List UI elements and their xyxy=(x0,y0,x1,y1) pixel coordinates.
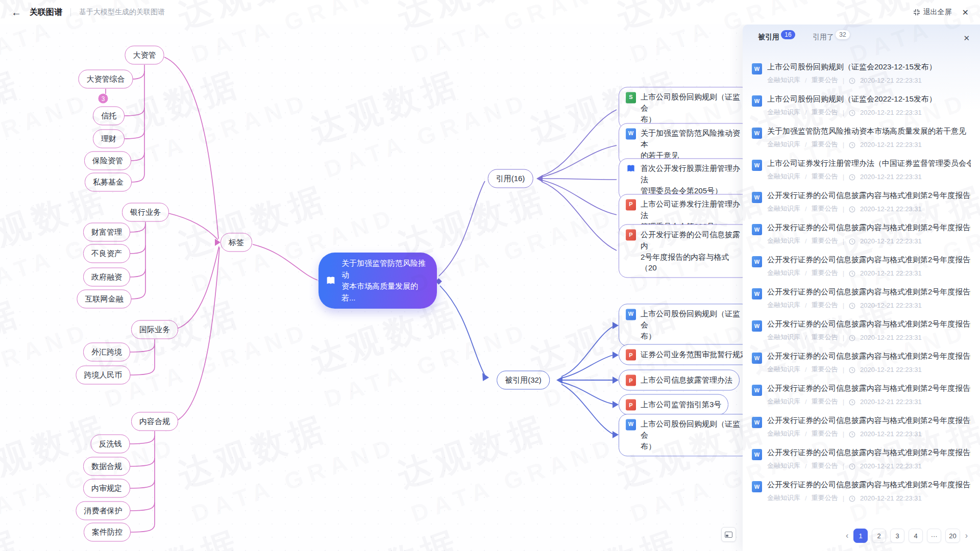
tag-node-hulianwangjinrong[interactable]: 互联网金融 xyxy=(77,290,132,309)
item-meta: 金融知识库 / 重要公告 | 2020-12-21 22:23:31 xyxy=(767,236,971,245)
center-document-node[interactable]: 关于加强监管防范风险推动 资本市场高质量发展的若... xyxy=(318,253,437,309)
list-item[interactable]: W 上市公司股份回购规则（证监会2023-12-15发布） 金融知识库 / 重要… xyxy=(752,57,971,89)
list-item[interactable]: W 公开发行证券的公司信息披露内容与格式准则第2号年度报告的内... 金融知识库… xyxy=(752,475,971,507)
doc-node[interactable]: W 上市公司股份回购规则（证监会布） xyxy=(619,414,750,456)
item-tag: 重要公告 xyxy=(812,461,838,470)
doc-node[interactable]: P 公开发行证券的公司信息披露内2号年度报告的内容与格式（20 xyxy=(619,224,750,278)
tag-node-waihuikuajing[interactable]: 外汇跨境 xyxy=(83,343,130,362)
tag-node-xintuo[interactable]: 信托 xyxy=(93,107,125,126)
tag-node-fanxiqian[interactable]: 反洗钱 xyxy=(91,435,130,454)
tag-node-buliangzichan[interactable]: 不良资产 xyxy=(83,244,130,263)
item-title: 公开发行证券的公司信息披露内容与格式准则第2号年度报告的内... xyxy=(767,416,971,425)
pagination: ‹ 1234···20 › xyxy=(845,529,969,543)
doc-node[interactable]: P 上市公司信息披露管理办法 xyxy=(619,370,740,391)
next-page-button[interactable]: › xyxy=(964,531,969,540)
meta-separator: | xyxy=(843,430,844,438)
tag-node-yinhangyewu[interactable]: 银行业务 xyxy=(122,203,169,222)
list-item[interactable]: W 公开发行证券的公司信息披露内容与格式准则第2号年度报告的内... 金融知识库… xyxy=(752,346,971,379)
tag-node-xiaofeizhebaohu[interactable]: 消费者保护 xyxy=(76,502,131,520)
back-arrow-icon[interactable]: ← xyxy=(11,7,21,18)
page-title: 关联图谱 xyxy=(30,7,62,18)
list-item[interactable]: W 公开发行证券的公司信息披露内容与格式准则第2号年度报告的内... 金融知识库… xyxy=(752,379,971,411)
page-subtitle: 基于大模型生成的关联图谱 xyxy=(79,8,165,17)
exit-fullscreen-icon xyxy=(913,9,920,16)
clock-icon xyxy=(849,206,855,213)
item-tag: 重要公告 xyxy=(812,236,838,245)
page-button-2[interactable]: 2 xyxy=(872,529,886,543)
tab-cites[interactable]: 引用了 32 xyxy=(813,33,850,42)
tag-node-daziguan-zonghe[interactable]: 大资管综合 xyxy=(79,70,133,89)
tag-root-node[interactable]: 标签 xyxy=(220,233,252,252)
meta-separator: | xyxy=(843,462,844,470)
item-title: 公开发行证券的公司信息披露内容与格式准则第2号年度报告的内... xyxy=(767,352,971,361)
meta-separator: | xyxy=(843,302,844,309)
word-icon: W xyxy=(752,160,762,171)
pdf-icon: P xyxy=(626,199,636,210)
list-item[interactable]: W 关于加强监管防范风险推动资本市场高质量发展的若干意见 金融知识库 / 重要公… xyxy=(752,121,971,154)
tag-node-zhengfurongzi[interactable]: 政府融资 xyxy=(83,268,130,287)
meta-separator: | xyxy=(843,205,844,213)
clock-icon xyxy=(849,367,855,373)
list-item[interactable]: W 公开发行证券的公司信息披露内容与格式准则第2号年度报告的内... 金融知识库… xyxy=(752,443,971,475)
page-button-3[interactable]: 3 xyxy=(890,529,904,543)
word-icon: W xyxy=(752,449,762,460)
doc-node[interactable]: P 证券公司业务范围审批暂行规定 xyxy=(619,344,755,365)
divider xyxy=(70,8,71,16)
list-item[interactable]: W 公开发行证券的公司信息披露内容与格式准则第2号年度报告的内... 金融知识库… xyxy=(752,218,971,250)
list-item[interactable]: W 公开发行证券的公司信息披露内容与格式准则第2号年度报告的内... 金融知识库… xyxy=(752,250,971,282)
doc-node[interactable]: P 上市公司监管指引第3号 xyxy=(619,394,728,415)
tag-node-neishenguiding[interactable]: 内审规定 xyxy=(83,479,130,498)
list-item[interactable]: W 上市公司股份回购规则（证监会2022-12-15发布） 金融知识库 / 重要… xyxy=(752,89,971,121)
word-icon: W xyxy=(752,353,762,364)
tag-node-caifuguanli[interactable]: 财富管理 xyxy=(83,223,130,242)
top-bar: ← 关联图谱 基于大模型生成的关联图谱 退出全屏 ✕ xyxy=(0,0,980,24)
item-tag: 重要公告 xyxy=(812,108,838,117)
tag-node-kuajingrenminbi[interactable]: 跨境人民币 xyxy=(76,366,131,385)
clock-icon xyxy=(849,110,855,116)
list-item[interactable]: W 公开发行证券的公司信息披露内容与格式准则第2号年度报告的内... 金融知识库… xyxy=(752,411,971,443)
list-item[interactable]: W 公开发行证券的公司信息披露内容与格式准则第2号年度报告的内... 金融知识库… xyxy=(752,186,971,218)
meta-separator: / xyxy=(805,334,807,341)
document-list: W 上市公司股份回购规则（证监会2023-12-15发布） 金融知识库 / 重要… xyxy=(743,54,980,514)
tag-node-simujijin[interactable]: 私募基金 xyxy=(85,173,132,192)
page-button-20[interactable]: 20 xyxy=(945,529,960,543)
item-tag: 重要公告 xyxy=(812,76,838,85)
tag-node-baoxianziguan[interactable]: 保险资管 xyxy=(84,152,131,170)
list-item[interactable]: W 上市公司证券发行注册管理办法（中国证券监督管理委员会令第2... 金融知识库… xyxy=(752,154,971,186)
collapsed-count-badge[interactable]: 3 xyxy=(99,94,108,104)
exit-fullscreen-label: 退出全屏 xyxy=(923,8,952,17)
doc-node[interactable]: W 上市公司股份回购规则（证监会布） xyxy=(619,304,750,346)
clock-icon xyxy=(849,399,855,406)
item-meta: 金融知识库 / 重要公告 | 2020-12-21 22:23:31 xyxy=(767,76,937,85)
meta-separator: / xyxy=(805,366,807,373)
close-icon[interactable]: ✕ xyxy=(962,8,969,17)
pdf-icon: P xyxy=(626,375,636,386)
tab-cited-by[interactable]: 被引用 16 xyxy=(758,33,795,42)
item-time: 2020-12-21 22:23:31 xyxy=(860,462,922,470)
item-tag: 重要公告 xyxy=(812,204,838,213)
tab-count-badge: 16 xyxy=(781,30,795,39)
tag-node-anjianfangkong[interactable]: 案件防控 xyxy=(84,523,131,542)
meta-separator: | xyxy=(843,398,844,406)
exit-fullscreen-button[interactable]: 退出全屏 xyxy=(913,8,952,17)
list-item[interactable]: W 公开发行证券的公司信息披露内容与格式准则第2号年度报告的内... 金融知识库… xyxy=(752,282,971,314)
prev-page-button[interactable]: ‹ xyxy=(845,531,849,540)
list-item[interactable]: W 公开发行证券的公司信息披露内容与格式准则第2号年度报告的内... 金融知识库… xyxy=(752,314,971,346)
word-icon: W xyxy=(752,256,762,267)
meta-separator: | xyxy=(843,494,844,502)
tag-node-shujuhegui[interactable]: 数据合规 xyxy=(83,457,130,476)
panel-close-icon[interactable]: ✕ xyxy=(963,34,970,43)
page-button-4[interactable]: 4 xyxy=(909,529,923,543)
tag-node-licai[interactable]: 理财 xyxy=(93,130,125,148)
pdf-icon: P xyxy=(626,230,636,241)
tag-node-neironghegui[interactable]: 内容合规 xyxy=(131,412,178,431)
cite-branch-node[interactable]: 引用(16) xyxy=(488,169,533,188)
page-button-1[interactable]: 1 xyxy=(853,529,868,543)
word-icon: W xyxy=(752,481,762,492)
tag-node-dazi-guan[interactable]: 大资管 xyxy=(125,46,164,65)
page-button-···[interactable]: ··· xyxy=(927,529,941,543)
minimap-toggle-button[interactable] xyxy=(721,527,736,542)
book-icon xyxy=(325,275,336,286)
cited-branch-node[interactable]: 被引用(32) xyxy=(497,371,550,390)
tag-node-guojiyewu[interactable]: 国际业务 xyxy=(131,320,178,339)
